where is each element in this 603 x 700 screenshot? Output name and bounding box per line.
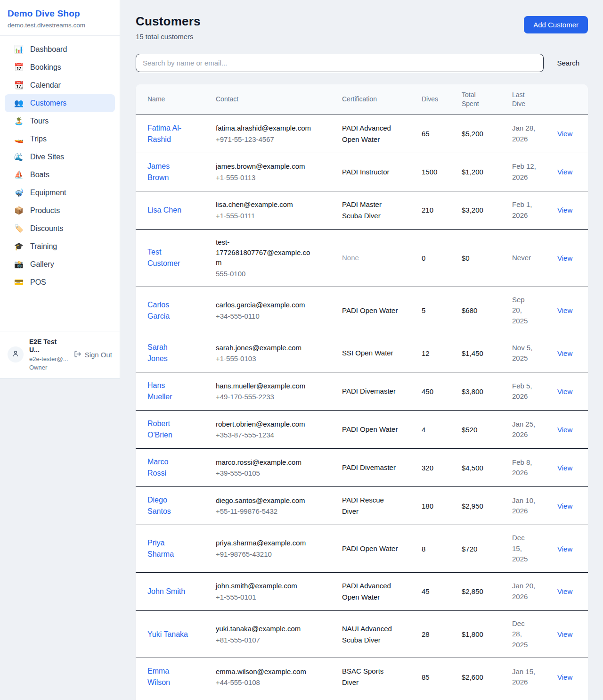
customer-dives: 1500	[422, 168, 440, 176]
customer-row: John Smith john.smith@example.com +1-555…	[136, 572, 588, 610]
customer-name-link[interactable]: Diego Santos	[147, 494, 189, 517]
customer-row: Fatima Al-Rashid fatima.alrashid@example…	[136, 115, 588, 153]
view-link[interactable]: View	[557, 426, 572, 434]
customer-name-link[interactable]: Lisa Chen	[147, 205, 181, 216]
customer-last-dive: Feb 5, 2026	[512, 381, 536, 402]
view-link[interactable]: View	[557, 254, 572, 262]
sidebar-item-discounts[interactable]: 🏷️ Discounts	[5, 220, 115, 238]
customer-name-link[interactable]: John Smith	[147, 586, 185, 597]
view-link[interactable]: View	[557, 387, 572, 395]
customer-certification: PADI Divemaster	[342, 462, 400, 473]
view-link[interactable]: View	[557, 464, 572, 472]
customer-total-spent: $1,800	[462, 630, 491, 638]
add-customer-button[interactable]: Add Customer	[524, 16, 588, 33]
customer-email: james.brown@example.com	[216, 161, 312, 172]
customer-row: Test Customer test-1772681807767@example…	[136, 229, 588, 287]
customer-dives: 4	[422, 426, 440, 434]
sidebar: Demo Dive Shop demo.test.divestreams.com…	[0, 0, 120, 379]
customer-total-spent: $680	[462, 306, 491, 314]
customer-total-spent: $4,500	[462, 464, 491, 472]
dive-sites-wave-icon: 🌊	[14, 153, 24, 161]
customer-certification: PADI Instructor	[342, 166, 400, 178]
sidebar-item-equipment[interactable]: 🤿 Equipment	[5, 184, 115, 202]
user-role: Owner	[29, 364, 68, 371]
calendar-icon: 📆	[14, 82, 24, 89]
boats-sailboat-icon: ⛵	[14, 171, 24, 179]
customer-certification: NAUI Advanced Scuba Diver	[342, 623, 400, 646]
customer-name-link[interactable]: Fatima Al-Rashid	[147, 123, 189, 145]
customer-phone: +44-555-0108	[216, 677, 321, 688]
sidebar-item-training[interactable]: 🎓 Training	[5, 238, 115, 255]
view-link[interactable]: View	[557, 630, 572, 638]
view-link[interactable]: View	[557, 306, 572, 314]
search-row: Search	[136, 54, 588, 72]
customer-dives: 65	[422, 130, 440, 138]
brand-header: Demo Dive Shop demo.test.divestreams.com	[0, 0, 120, 36]
sidebar-item-products[interactable]: 📦 Products	[5, 202, 115, 220]
customer-name-link[interactable]: Carlos Garcia	[147, 299, 189, 322]
customer-email: priya.sharma@example.com	[216, 538, 312, 548]
customer-total-spent: $3,800	[462, 387, 491, 395]
sidebar-item-pos[interactable]: 💳 POS	[5, 273, 115, 291]
customer-email: hans.mueller@example.com	[216, 381, 312, 391]
customer-name-link[interactable]: James Brown	[147, 161, 189, 183]
shop-title: Demo Dive Shop	[8, 8, 112, 19]
customer-total-spent: $5,200	[462, 130, 491, 138]
sidebar-item-dive-sites[interactable]: 🌊 Dive Sites	[5, 148, 115, 166]
tours-island-icon: 🏝️	[14, 117, 24, 125]
customer-name-link[interactable]: Test Customer	[147, 247, 189, 269]
customer-certification: None	[342, 252, 400, 264]
customer-last-dive: Nov 5, 2025	[512, 343, 536, 364]
sidebar-item-boats[interactable]: ⛵ Boats	[5, 166, 115, 184]
customer-phone: +39-555-0105	[216, 468, 321, 478]
view-link[interactable]: View	[557, 587, 572, 595]
customer-name-link[interactable]: Robert O'Brien	[147, 418, 189, 441]
view-link[interactable]: View	[557, 206, 572, 214]
customer-dives: 12	[422, 349, 440, 357]
customer-total-spent: $1,450	[462, 349, 491, 357]
customer-table-body: Fatima Al-Rashid fatima.alrashid@example…	[136, 115, 588, 700]
column-header-name: Name	[136, 84, 204, 115]
customer-name-link[interactable]: Priya Sharma	[147, 537, 189, 560]
customer-phone: +34-555-0110	[216, 311, 321, 321]
customer-name-link[interactable]: Yuki Tanaka	[147, 629, 188, 640]
sidebar-item-bookings[interactable]: 📅 Bookings	[5, 58, 115, 76]
customer-row: Emma Wilson emma.wilson@example.com +44-…	[136, 658, 588, 696]
customer-last-dive: Feb 8, 2026	[512, 457, 536, 478]
sidebar-item-calendar[interactable]: 📆 Calendar	[5, 76, 115, 94]
sidebar-item-trips[interactable]: 🚤 Trips	[5, 130, 115, 148]
view-link[interactable]: View	[557, 545, 572, 553]
search-input[interactable]	[136, 54, 544, 72]
view-link[interactable]: View	[557, 502, 572, 510]
customer-certification: PADI Advanced Open Water	[342, 123, 400, 145]
customer-dives: 85	[422, 673, 440, 681]
view-link[interactable]: View	[557, 130, 572, 138]
view-link[interactable]: View	[557, 673, 572, 681]
user-section: E2E Test U... e2e-tester@... Owner Sign …	[0, 331, 120, 379]
customer-last-dive: Jan 20, 2026	[512, 581, 536, 602]
sidebar-item-tours[interactable]: 🏝️ Tours	[5, 112, 115, 130]
sidebar-item-customers[interactable]: 👥 Customers	[5, 94, 115, 112]
customer-row: Priya Sharma priya.sharma@example.com +9…	[136, 525, 588, 573]
sidebar-item-dashboard[interactable]: 📊 Dashboard	[5, 41, 115, 58]
shop-domain: demo.test.divestreams.com	[8, 22, 112, 29]
customer-name-link[interactable]: Emma Wilson	[147, 666, 189, 688]
search-button[interactable]: Search	[557, 59, 579, 67]
user-name: E2E Test U...	[29, 338, 68, 354]
sidebar-item-gallery[interactable]: 📸 Gallery	[5, 255, 115, 273]
view-link[interactable]: View	[557, 168, 572, 176]
customer-last-dive: Feb 12, 2026	[512, 161, 536, 182]
column-header-actions	[546, 84, 588, 115]
customer-last-dive: Sep 20, 2025	[512, 295, 536, 327]
customer-total-spent: $2,600	[462, 673, 491, 681]
customer-dives: 320	[422, 464, 440, 472]
sign-out-button[interactable]: Sign Out	[74, 350, 112, 359]
customer-name-link[interactable]: Marco Rossi	[147, 456, 189, 479]
customer-email: robert.obrien@example.com	[216, 419, 312, 429]
customer-total-spent: $3,200	[462, 206, 491, 214]
customer-certification: SSI Open Water	[342, 347, 400, 359]
view-link[interactable]: View	[557, 349, 572, 357]
customer-name-link[interactable]: Sarah Jones	[147, 342, 189, 364]
customer-name-link[interactable]: Hans Mueller	[147, 380, 189, 403]
customer-certification: BSAC Sports Diver	[342, 666, 400, 688]
